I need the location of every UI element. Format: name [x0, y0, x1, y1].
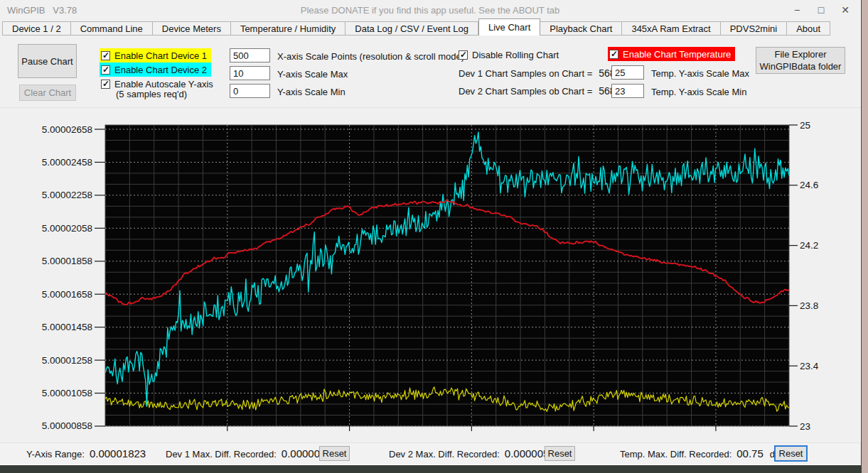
x-scale-points-label: X-axis Scale Points (resolution & scroll…: [277, 51, 464, 62]
enable-chart-device1-checkbox[interactable]: Enable Chart Device 1: [100, 48, 211, 62]
file-explorer-line1: File Explorer: [775, 48, 827, 60]
left-axis-tick-label: 5.00002258: [42, 190, 92, 200]
left-axis-tick-label: 5.00001858: [42, 256, 92, 266]
status-bar: Y-Axis Range: 0.00001823 Dev 1 Max. Diff…: [0, 443, 861, 464]
tab-data-log-csv-event-log[interactable]: Data Log / CSV / Event Log: [345, 21, 478, 36]
checkbox-checked-icon: [459, 50, 468, 60]
checkbox-checked-icon: [101, 51, 110, 60]
window-controls: − □ ✕: [785, 1, 857, 18]
y-scale-min-label: Y-axis Scale Min: [277, 87, 345, 97]
y-scale-min-input[interactable]: [230, 84, 270, 98]
enable-chart-device2-checkbox[interactable]: Enable Chart Device 2: [100, 62, 211, 77]
tab-playback-chart[interactable]: Playback Chart: [540, 21, 622, 36]
left-axis-tick-label: 5.00002058: [42, 223, 92, 234]
y-scale-max-input[interactable]: [230, 66, 270, 80]
temp-reset-button[interactable]: Reset: [774, 445, 808, 462]
tab-device-1-2[interactable]: Device 1 / 2: [2, 21, 71, 36]
desktop-edge-bottom: [0, 466, 862, 473]
right-axis-tick-label: 24.6: [800, 180, 818, 190]
live-chart: 5.000026585.000024585.000022585.00002058…: [0, 108, 861, 442]
tab-345xa-ram-extract[interactable]: 345xA Ram Extract: [622, 21, 720, 36]
dev1-max-diff-readout: Dev 1 Max. Diff. Recorded: 0.00000293: [166, 447, 338, 460]
file-explorer-line2: WinGPIBdata folder: [760, 60, 842, 72]
y-axis-range-readout: Y-Axis Range: 0.00001823: [26, 447, 146, 460]
left-axis-tick-label: 5.00001258: [42, 355, 92, 366]
temp-scale-min-input[interactable]: [611, 84, 644, 98]
y-axis-range-value: 0.00001823: [90, 447, 146, 460]
dev2-samples-readout: Dev 2 Chart Samples ob Chart = 568: [459, 85, 616, 97]
tab-strip: Device 1 / 2Command LineDevice MetersTem…: [2, 18, 830, 36]
app-window: WinGPIB V3.78 Please DONATE if you find …: [0, 0, 861, 465]
right-axis-tick-label: 24.2: [800, 240, 818, 251]
disable-rolling-chart-checkbox[interactable]: Disable Rolling Chart: [457, 48, 563, 62]
left-axis-tick-label: 5.00000858: [42, 420, 92, 431]
autoscale-sub-label: (5 samples req'd): [116, 89, 187, 99]
dev2-max-diff-readout: Dev 2 Max. Diff. Recorded: 0.00000581: [389, 447, 561, 460]
tab-about[interactable]: About: [787, 21, 830, 36]
left-axis-tick-label: 5.00001458: [42, 322, 92, 332]
enable-chart-device1-label: Enable Chart Device 1: [114, 50, 207, 61]
close-icon[interactable]: ✕: [833, 1, 857, 18]
enable-chart-temperature-checkbox[interactable]: Enable Chart Temperature: [608, 47, 735, 61]
tab-device-meters[interactable]: Device Meters: [153, 21, 231, 36]
dev1-reset-button[interactable]: Reset: [319, 446, 350, 461]
left-axis-tick-label: 5.00002658: [42, 124, 92, 135]
temp-max-diff-value: 00.75: [736, 447, 763, 460]
tab-temperature-humidity[interactable]: Temperature / Humidity: [231, 21, 345, 36]
right-axis-tick-label: 23.8: [800, 300, 818, 311]
checkbox-checked-icon: [609, 50, 618, 59]
minimize-icon[interactable]: −: [785, 1, 809, 18]
tab-command-line[interactable]: Command Line: [71, 21, 153, 36]
temp-scale-max-label: Temp. Y-axis Scale Max: [651, 68, 749, 79]
dev1-max-diff-label: Dev 1 Max. Diff. Recorded:: [166, 449, 277, 460]
donate-message: Please DONATE if you find this app usefu…: [0, 5, 860, 16]
enable-chart-temperature-label: Enable Chart Temperature: [623, 49, 731, 60]
dev1-samples-readout: Dev 1 Chart Samples on Chart = 568: [459, 67, 616, 79]
maximize-icon[interactable]: □: [809, 1, 833, 18]
y-axis-range-label: Y-Axis Range:: [26, 449, 85, 460]
x-scale-points-input[interactable]: [230, 48, 270, 62]
dev2-max-diff-label: Dev 2 Max. Diff. Recorded:: [389, 449, 500, 460]
file-explorer-button[interactable]: File Explorer WinGPIBdata folder: [756, 47, 845, 74]
enable-autoscale-label: Enable Autoscale Y-axis: [114, 79, 213, 89]
temp-scale-min-label: Temp. Y-axis Scale Min: [651, 87, 746, 97]
temp-scale-max-input[interactable]: [611, 65, 644, 80]
pause-chart-button[interactable]: Pause Chart: [18, 44, 77, 78]
checkbox-checked-icon: [101, 80, 110, 89]
temp-max-diff-label: Temp. Max. Diff. Recorded:: [620, 449, 732, 460]
temp-max-diff-readout: Temp. Max. Diff. Recorded: 00.75 degC: [620, 447, 792, 460]
checkbox-checked-icon: [101, 65, 110, 75]
left-axis-tick-label: 5.00001058: [42, 388, 92, 398]
dev2-reset-button[interactable]: Reset: [545, 446, 575, 461]
right-axis-tick-label: 25: [800, 120, 810, 131]
tab-pdvs2mini[interactable]: PDVS2mini: [721, 21, 787, 36]
tab-live-chart[interactable]: Live Chart: [478, 18, 540, 36]
title-bar: WinGPIB V3.78 Please DONATE if you find …: [0, 0, 860, 20]
desktop-edge-right: [862, 0, 868, 473]
right-axis-tick-label: 23: [800, 421, 810, 432]
dev2-samples-label: Dev 2 Chart Samples ob Chart =: [459, 86, 592, 97]
dev1-samples-label: Dev 1 Chart Samples on Chart =: [459, 68, 592, 79]
left-axis-tick-label: 5.00002458: [42, 157, 92, 168]
right-axis-tick-label: 23.4: [800, 361, 819, 371]
enable-chart-device2-label: Enable Chart Device 2: [114, 65, 207, 75]
clear-chart-button[interactable]: Clear Chart: [19, 85, 76, 101]
left-axis-tick-label: 5.00001658: [42, 289, 92, 300]
disable-rolling-chart-label: Disable Rolling Chart: [472, 50, 559, 60]
y-scale-max-label: Y-axis Scale Max: [277, 69, 348, 80]
